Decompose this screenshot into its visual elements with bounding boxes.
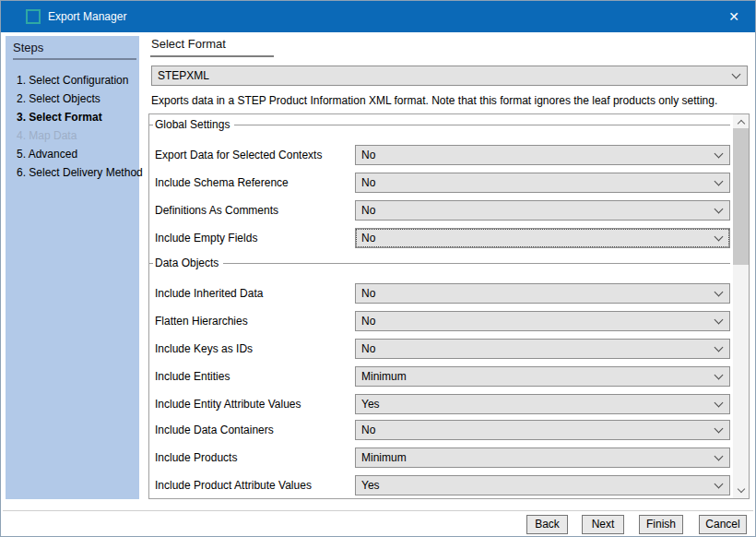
setting-row: Include Product Attribute Values Yes [155,475,730,495]
sidebar-item-select-format[interactable]: 3. Select Format [6,108,139,126]
next-button[interactable]: Next [582,515,624,534]
setting-value: Minimum [361,448,707,467]
setting-row: Include Inherited Data No [155,283,730,304]
setting-value: No [361,146,707,164]
setting-value: No [361,312,707,330]
close-button[interactable]: ✕ [720,1,748,32]
format-select-value: STEPXML [158,66,725,85]
setting-row: Include Products Minimum [155,448,730,468]
setting-row: Include Keys as IDs No [155,339,730,359]
select-include-keys-as-ids[interactable]: No [355,339,730,359]
chevron-down-icon [715,205,724,214]
setting-row: Include Data Containers No [155,420,730,440]
setting-value: Yes [361,395,707,413]
setting-label: Include Entities [155,366,353,387]
steps-underline [13,58,136,60]
chevron-down-icon [732,70,741,79]
setting-value: No [361,229,707,247]
setting-row: Definitions As Comments No [155,200,730,221]
steps-sidebar: Steps 1. Select Configuration 2. Select … [6,36,139,499]
window-title: Export Manager [48,1,126,32]
select-include-empty-fields[interactable]: No [355,228,730,248]
chevron-down-icon [715,177,724,186]
sidebar-item-advanced[interactable]: 5. Advanced [6,145,139,163]
app-icon [26,9,41,24]
back-button[interactable]: Back [526,515,568,534]
chevron-up-icon [737,120,744,127]
titlebar: Export Manager ✕ [1,1,755,32]
group-legend-data-objects: Data Objects [149,257,730,269]
sidebar-item-select-delivery-method[interactable]: 6. Select Delivery Method [6,163,139,182]
setting-value: No [361,421,707,439]
setting-value: Yes [361,476,707,495]
format-description: Exports data in a STEP Product Informati… [151,94,746,108]
chevron-down-icon [737,485,744,493]
setting-label: Include Data Containers [155,420,353,440]
select-include-product-attribute-values[interactable]: Yes [355,475,730,495]
sidebar-item-select-configuration[interactable]: 1. Select Configuration [6,71,139,90]
select-include-entities[interactable]: Minimum [355,366,730,387]
scroll-down-button[interactable] [733,483,749,498]
steps-list: 1. Select Configuration 2. Select Object… [6,71,139,182]
scrollbar-thumb[interactable] [733,128,749,265]
select-flatten-hierarchies[interactable]: No [355,311,730,331]
setting-row: Include Entities Minimum [155,366,730,387]
select-definitions-as-comments[interactable]: No [355,200,730,221]
chevron-down-icon [715,316,724,325]
chevron-down-icon [715,343,724,352]
group-legend-label: Data Objects [155,257,219,269]
setting-row: Include Entity Attribute Values Yes [155,394,730,414]
setting-label: Export Data for Selected Contexts [155,145,353,165]
select-include-schema-reference[interactable]: No [355,173,730,193]
steps-header: Steps [6,36,139,54]
cancel-button[interactable]: Cancel [699,515,747,534]
chevron-down-icon [715,452,724,461]
sidebar-item-map-data: 4. Map Data [6,126,139,145]
select-include-data-containers[interactable]: No [355,420,730,440]
setting-label: Definitions As Comments [155,200,353,221]
sidebar-item-select-objects[interactable]: 2. Select Objects [6,90,139,108]
select-include-entity-attribute-values[interactable]: Yes [355,394,730,414]
setting-label: Include Inherited Data [155,283,353,304]
chevron-down-icon [715,399,724,408]
page-title-underline [150,55,274,57]
setting-value: Minimum [361,367,707,386]
setting-label: Include Entity Attribute Values [155,394,353,414]
setting-value: No [361,173,707,192]
format-options-panel: Global Settings Export Data for Selected… [148,113,750,499]
chevron-down-icon [715,424,724,434]
setting-label: Include Products [155,448,353,468]
chevron-down-icon [715,149,724,159]
scroll-up-button[interactable] [733,114,749,129]
finish-button[interactable]: Finish [639,515,683,534]
setting-label: Flatten Hierarchies [155,311,353,331]
page-title: Select Format [151,37,226,51]
chevron-down-icon [715,288,724,297]
export-manager-window: Export Manager ✕ Steps 1. Select Configu… [0,0,756,537]
setting-row: Include Empty Fields No [155,228,730,248]
select-include-products[interactable]: Minimum [355,448,730,468]
setting-label: Include Schema Reference [155,173,353,193]
select-export-data-for-selected-contexts[interactable]: No [355,145,730,165]
group-legend-label: Global Settings [155,118,230,131]
setting-label: Include Product Attribute Values [155,475,353,495]
chevron-down-icon [715,371,724,380]
setting-row: Flatten Hierarchies No [155,311,730,331]
setting-value: No [361,340,707,358]
setting-row: Export Data for Selected Contexts No [155,145,730,165]
chevron-down-icon [715,233,724,242]
setting-value: No [361,284,707,303]
setting-value: No [361,201,707,220]
setting-row: Include Schema Reference No [155,173,730,193]
select-include-inherited-data[interactable]: No [355,283,730,304]
group-legend-global-settings: Global Settings [149,118,730,131]
format-select[interactable]: STEPXML [151,66,748,86]
panel-scrollbar[interactable] [733,114,749,498]
setting-label: Include Keys as IDs [155,339,353,359]
footer-separator [3,510,753,511]
setting-label: Include Empty Fields [155,228,353,248]
chevron-down-icon [715,480,724,489]
